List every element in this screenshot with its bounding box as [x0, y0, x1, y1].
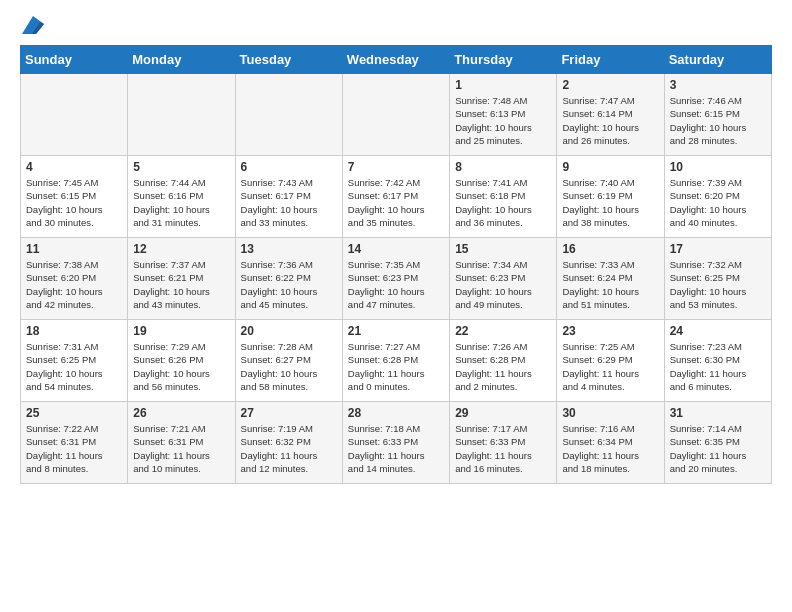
day-number: 14	[348, 242, 445, 256]
header-cell-tuesday: Tuesday	[235, 46, 342, 74]
day-info: Sunrise: 7:17 AM Sunset: 6:33 PM Dayligh…	[455, 422, 552, 475]
day-cell: 30Sunrise: 7:16 AM Sunset: 6:34 PM Dayli…	[557, 402, 664, 484]
day-number: 30	[562, 406, 659, 420]
day-number: 3	[670, 78, 767, 92]
day-cell: 29Sunrise: 7:17 AM Sunset: 6:33 PM Dayli…	[450, 402, 557, 484]
day-info: Sunrise: 7:41 AM Sunset: 6:18 PM Dayligh…	[455, 176, 552, 229]
day-cell: 5Sunrise: 7:44 AM Sunset: 6:16 PM Daylig…	[128, 156, 235, 238]
day-number: 2	[562, 78, 659, 92]
day-number: 28	[348, 406, 445, 420]
day-cell: 23Sunrise: 7:25 AM Sunset: 6:29 PM Dayli…	[557, 320, 664, 402]
day-cell: 21Sunrise: 7:27 AM Sunset: 6:28 PM Dayli…	[342, 320, 449, 402]
day-number: 16	[562, 242, 659, 256]
day-info: Sunrise: 7:31 AM Sunset: 6:25 PM Dayligh…	[26, 340, 123, 393]
day-info: Sunrise: 7:26 AM Sunset: 6:28 PM Dayligh…	[455, 340, 552, 393]
day-cell: 8Sunrise: 7:41 AM Sunset: 6:18 PM Daylig…	[450, 156, 557, 238]
day-info: Sunrise: 7:40 AM Sunset: 6:19 PM Dayligh…	[562, 176, 659, 229]
logo-icon	[22, 16, 44, 34]
header-cell-sunday: Sunday	[21, 46, 128, 74]
day-number: 5	[133, 160, 230, 174]
day-cell: 7Sunrise: 7:42 AM Sunset: 6:17 PM Daylig…	[342, 156, 449, 238]
day-cell: 28Sunrise: 7:18 AM Sunset: 6:33 PM Dayli…	[342, 402, 449, 484]
day-info: Sunrise: 7:16 AM Sunset: 6:34 PM Dayligh…	[562, 422, 659, 475]
day-info: Sunrise: 7:32 AM Sunset: 6:25 PM Dayligh…	[670, 258, 767, 311]
week-row-4: 18Sunrise: 7:31 AM Sunset: 6:25 PM Dayli…	[21, 320, 772, 402]
day-cell: 19Sunrise: 7:29 AM Sunset: 6:26 PM Dayli…	[128, 320, 235, 402]
calendar-body: 1Sunrise: 7:48 AM Sunset: 6:13 PM Daylig…	[21, 74, 772, 484]
day-cell: 20Sunrise: 7:28 AM Sunset: 6:27 PM Dayli…	[235, 320, 342, 402]
day-cell	[21, 74, 128, 156]
day-info: Sunrise: 7:38 AM Sunset: 6:20 PM Dayligh…	[26, 258, 123, 311]
day-number: 27	[241, 406, 338, 420]
day-number: 7	[348, 160, 445, 174]
day-number: 25	[26, 406, 123, 420]
day-info: Sunrise: 7:33 AM Sunset: 6:24 PM Dayligh…	[562, 258, 659, 311]
day-info: Sunrise: 7:23 AM Sunset: 6:30 PM Dayligh…	[670, 340, 767, 393]
day-cell: 27Sunrise: 7:19 AM Sunset: 6:32 PM Dayli…	[235, 402, 342, 484]
day-number: 17	[670, 242, 767, 256]
day-info: Sunrise: 7:44 AM Sunset: 6:16 PM Dayligh…	[133, 176, 230, 229]
day-number: 20	[241, 324, 338, 338]
day-cell	[235, 74, 342, 156]
day-cell: 14Sunrise: 7:35 AM Sunset: 6:23 PM Dayli…	[342, 238, 449, 320]
day-info: Sunrise: 7:28 AM Sunset: 6:27 PM Dayligh…	[241, 340, 338, 393]
day-info: Sunrise: 7:14 AM Sunset: 6:35 PM Dayligh…	[670, 422, 767, 475]
day-number: 12	[133, 242, 230, 256]
calendar-table: SundayMondayTuesdayWednesdayThursdayFrid…	[20, 45, 772, 484]
header-cell-thursday: Thursday	[450, 46, 557, 74]
header-row: SundayMondayTuesdayWednesdayThursdayFrid…	[21, 46, 772, 74]
day-number: 11	[26, 242, 123, 256]
day-number: 29	[455, 406, 552, 420]
day-info: Sunrise: 7:39 AM Sunset: 6:20 PM Dayligh…	[670, 176, 767, 229]
day-cell: 16Sunrise: 7:33 AM Sunset: 6:24 PM Dayli…	[557, 238, 664, 320]
day-info: Sunrise: 7:22 AM Sunset: 6:31 PM Dayligh…	[26, 422, 123, 475]
day-info: Sunrise: 7:36 AM Sunset: 6:22 PM Dayligh…	[241, 258, 338, 311]
day-cell: 4Sunrise: 7:45 AM Sunset: 6:15 PM Daylig…	[21, 156, 128, 238]
week-row-1: 1Sunrise: 7:48 AM Sunset: 6:13 PM Daylig…	[21, 74, 772, 156]
day-cell: 9Sunrise: 7:40 AM Sunset: 6:19 PM Daylig…	[557, 156, 664, 238]
day-number: 8	[455, 160, 552, 174]
day-number: 4	[26, 160, 123, 174]
header-cell-monday: Monday	[128, 46, 235, 74]
day-number: 9	[562, 160, 659, 174]
day-cell: 2Sunrise: 7:47 AM Sunset: 6:14 PM Daylig…	[557, 74, 664, 156]
day-cell: 25Sunrise: 7:22 AM Sunset: 6:31 PM Dayli…	[21, 402, 128, 484]
day-cell: 3Sunrise: 7:46 AM Sunset: 6:15 PM Daylig…	[664, 74, 771, 156]
day-info: Sunrise: 7:43 AM Sunset: 6:17 PM Dayligh…	[241, 176, 338, 229]
day-number: 18	[26, 324, 123, 338]
page: SundayMondayTuesdayWednesdayThursdayFrid…	[0, 0, 792, 612]
day-info: Sunrise: 7:45 AM Sunset: 6:15 PM Dayligh…	[26, 176, 123, 229]
logo	[20, 16, 44, 35]
week-row-5: 25Sunrise: 7:22 AM Sunset: 6:31 PM Dayli…	[21, 402, 772, 484]
day-cell: 6Sunrise: 7:43 AM Sunset: 6:17 PM Daylig…	[235, 156, 342, 238]
day-cell: 15Sunrise: 7:34 AM Sunset: 6:23 PM Dayli…	[450, 238, 557, 320]
day-number: 21	[348, 324, 445, 338]
day-number: 19	[133, 324, 230, 338]
day-number: 1	[455, 78, 552, 92]
day-number: 31	[670, 406, 767, 420]
day-cell	[342, 74, 449, 156]
day-cell: 1Sunrise: 7:48 AM Sunset: 6:13 PM Daylig…	[450, 74, 557, 156]
day-number: 6	[241, 160, 338, 174]
week-row-2: 4Sunrise: 7:45 AM Sunset: 6:15 PM Daylig…	[21, 156, 772, 238]
day-info: Sunrise: 7:37 AM Sunset: 6:21 PM Dayligh…	[133, 258, 230, 311]
day-info: Sunrise: 7:19 AM Sunset: 6:32 PM Dayligh…	[241, 422, 338, 475]
day-cell: 17Sunrise: 7:32 AM Sunset: 6:25 PM Dayli…	[664, 238, 771, 320]
day-cell: 24Sunrise: 7:23 AM Sunset: 6:30 PM Dayli…	[664, 320, 771, 402]
day-number: 13	[241, 242, 338, 256]
week-row-3: 11Sunrise: 7:38 AM Sunset: 6:20 PM Dayli…	[21, 238, 772, 320]
day-number: 26	[133, 406, 230, 420]
day-info: Sunrise: 7:34 AM Sunset: 6:23 PM Dayligh…	[455, 258, 552, 311]
day-info: Sunrise: 7:21 AM Sunset: 6:31 PM Dayligh…	[133, 422, 230, 475]
day-info: Sunrise: 7:25 AM Sunset: 6:29 PM Dayligh…	[562, 340, 659, 393]
day-cell: 22Sunrise: 7:26 AM Sunset: 6:28 PM Dayli…	[450, 320, 557, 402]
day-cell: 31Sunrise: 7:14 AM Sunset: 6:35 PM Dayli…	[664, 402, 771, 484]
day-cell: 10Sunrise: 7:39 AM Sunset: 6:20 PM Dayli…	[664, 156, 771, 238]
day-number: 23	[562, 324, 659, 338]
day-info: Sunrise: 7:42 AM Sunset: 6:17 PM Dayligh…	[348, 176, 445, 229]
day-cell: 13Sunrise: 7:36 AM Sunset: 6:22 PM Dayli…	[235, 238, 342, 320]
day-info: Sunrise: 7:29 AM Sunset: 6:26 PM Dayligh…	[133, 340, 230, 393]
day-cell: 11Sunrise: 7:38 AM Sunset: 6:20 PM Dayli…	[21, 238, 128, 320]
day-cell	[128, 74, 235, 156]
header-cell-wednesday: Wednesday	[342, 46, 449, 74]
